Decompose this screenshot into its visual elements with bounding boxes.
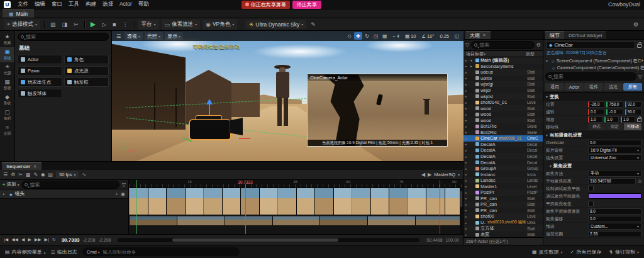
- grid-snap-badge[interactable]: ▦ 10: [403, 33, 418, 39]
- sequencer-tool-icon-4[interactable]: ✎: [34, 172, 38, 177]
- camera-cut-thumbnail-3[interactable]: [185, 188, 204, 215]
- outliner-row-udeus[interactable]: ●udeusStati: [464, 69, 543, 76]
- expander-icon[interactable]: ▸: [470, 64, 474, 68]
- field-z[interactable]: 90.0: [625, 109, 641, 115]
- outliner-row-Landsc[interactable]: ●LandscLands: [464, 177, 543, 184]
- add-track-button[interactable]: + 添加 ▾: [3, 181, 19, 188]
- place-item-触发球体[interactable]: 触发球体: [18, 89, 62, 98]
- number-field[interactable]: 318.949768: [588, 178, 636, 184]
- sequencer-tool-icon-6[interactable]: ▤: [48, 172, 53, 177]
- outliner-row-Master1[interactable]: ●Master1Level: [464, 183, 543, 189]
- visibility-eye-icon[interactable]: ●: [465, 203, 469, 206]
- visibility-eye-icon[interactable]: ●: [465, 89, 469, 93]
- select-mode-dropdown[interactable]: ⌖ 选择模式 ▾: [4, 20, 40, 30]
- transport-icon-5[interactable]: ▶|: [45, 237, 49, 242]
- view-range-end[interactable]: 92.4498: [426, 238, 442, 242]
- pixel-streaming-dropdown[interactable]: ▭ 像素流送 ▾: [162, 20, 201, 30]
- camera-cut-thumbnail-13[interactable]: [370, 188, 389, 215]
- outliner-row-wkjdsl[interactable]: ●wkjdslStati: [464, 93, 543, 99]
- timeline-vertical-scrollbar[interactable]: [460, 188, 463, 234]
- camera-cut-thumbnail-16[interactable]: [426, 188, 445, 215]
- visibility-eye-icon[interactable]: ●: [465, 167, 469, 171]
- playback-start-marker[interactable]: [136, 180, 137, 234]
- camera-cut-thumbnail-10[interactable]: [314, 188, 333, 215]
- visibility-eye-icon[interactable]: ●: [465, 64, 469, 68]
- dropdown-胶片背板[interactable]: 16:9 Digital Fil▾: [588, 147, 641, 154]
- camera-cut-thumbnail-12[interactable]: [352, 188, 370, 215]
- transport-icon-2[interactable]: ◀: [21, 237, 25, 242]
- shot-thumbnail-3[interactable]: [272, 216, 320, 225]
- visibility-eye-icon[interactable]: ●: [465, 184, 469, 188]
- camera-cut-thumbnail-5[interactable]: [222, 188, 241, 215]
- visibility-eye-icon[interactable]: ●: [465, 191, 469, 194]
- dropdown-预设[interactable]: Custom...▾: [588, 223, 641, 230]
- shots-thumbnails[interactable]: [129, 216, 463, 225]
- outliner-row-Ultra_D[interactable]: ●Ultra_Dshot0010,shot00 编辑Ultra: [464, 220, 543, 226]
- details-filter-流送[interactable]: 流送: [604, 83, 623, 91]
- outliner-row-SecondaryItems[interactable]: ●▸SecondaryItems: [464, 64, 543, 70]
- outliner-row-wood[interactable]: ●woodStati: [464, 117, 543, 123]
- outliner-row-Main (编辑器)[interactable]: ●▾Main (编辑器): [464, 57, 543, 64]
- filter-icon[interactable]: ▽: [465, 42, 469, 48]
- camera-preview-pip[interactable]: CineCamera_Actor 当前透视图像:16:9 Digital Fil…: [307, 74, 448, 147]
- camera-cut-thumbnail-7[interactable]: [259, 188, 278, 215]
- camera-cut-thumbnail-9[interactable]: [296, 188, 315, 215]
- close-icon[interactable]: ✕: [482, 33, 486, 38]
- rotation-snap-badge[interactable]: ∠ 10°: [419, 33, 436, 39]
- place-category-基础[interactable]: ▣基础: [0, 47, 14, 62]
- outliner-row-shot00[interactable]: ●shot00Leve: [464, 213, 543, 220]
- cmd-dropdown[interactable]: Cmd ▾: [87, 249, 100, 255]
- field-x[interactable]: 0.0: [588, 109, 604, 115]
- save-icon[interactable]: ▥: [48, 21, 58, 28]
- outliner-row-Bot1Ric[interactable]: ●Bot1RicSkele: [464, 123, 543, 130]
- visibility-eye-icon[interactable]: ●: [465, 70, 469, 74]
- master-sequence-label[interactable]: MasterSQ: [434, 172, 455, 177]
- outliner-row-立方体[interactable]: ●立方体Stati: [464, 225, 543, 232]
- place-search-box[interactable]: [18, 33, 109, 41]
- lock-scale-icon[interactable]: [637, 118, 641, 122]
- select-tool-icon[interactable]: ◇: [345, 32, 353, 40]
- outliner-row-Instanc[interactable]: ●InstancInsta: [464, 171, 543, 177]
- place-category-全部[interactable]: ≡全部: [0, 123, 14, 138]
- outliner-row-wjsdgl[interactable]: ●wjsdglStati: [464, 81, 543, 87]
- menu-工具[interactable]: 工具: [65, 1, 82, 8]
- outliner-row-DecalA[interactable]: ●DecalADecal: [464, 154, 543, 160]
- sequencer-tool-icon-2[interactable]: ✂: [18, 172, 23, 177]
- outliner-row-PR_can[interactable]: ●PR_canStati: [464, 201, 543, 208]
- details-filter-Actor[interactable]: Actor: [565, 83, 584, 91]
- details-search-input[interactable]: [553, 74, 633, 79]
- field-y[interactable]: -0.0: [606, 109, 623, 115]
- outliner-row-wkjdl[interactable]: ●wkjdlStati: [464, 87, 543, 94]
- sequencer-tool-icon-5[interactable]: ◆: [41, 172, 45, 177]
- actor-name-field[interactable]: ◆ CineCar: [546, 41, 635, 49]
- tab-details[interactable]: 细节: [545, 31, 564, 39]
- shot-thumbnail-2[interactable]: [225, 216, 272, 225]
- sky-dropdown[interactable]: ☀ Ultra Dynamic Sky ▾: [245, 20, 306, 29]
- cine-camera-gizmo[interactable]: [179, 110, 254, 147]
- outliner-row-DecalA[interactable]: ●DecalADecal: [464, 159, 543, 165]
- place-item-角色[interactable]: 角色: [64, 55, 109, 64]
- move-tool-icon[interactable]: ✚: [354, 32, 362, 40]
- camera-cut-thumbnail-4[interactable]: [203, 188, 222, 215]
- eyedropper-icon[interactable]: ◎: [638, 179, 641, 184]
- place-category-体积[interactable]: ▢体积: [0, 108, 14, 123]
- output-log-button[interactable]: ☰ 输出日志: [51, 249, 77, 255]
- camera-cuts-thumbnails[interactable]: [129, 188, 463, 215]
- sequencer-tool-icon-0[interactable]: ☰: [3, 172, 8, 177]
- scrollbar-thumb[interactable]: [172, 238, 338, 242]
- shot-thumbnail-5[interactable]: [367, 216, 415, 225]
- console-input[interactable]: [103, 249, 235, 255]
- playback-end-marker[interactable]: [440, 180, 440, 234]
- content-drawer-button[interactable]: ▤ 内容侧滑菜单 ▴: [5, 249, 46, 255]
- component-row-camera[interactable]: ◇ CameraComponent (CameraComponent) 在C+: [543, 64, 644, 71]
- transport-icon-1[interactable]: ◀◀: [11, 237, 18, 242]
- menu-选择[interactable]: 选择: [99, 1, 116, 8]
- column-item-label[interactable]: 项目标签: [466, 51, 484, 57]
- playhead[interactable]: [245, 180, 246, 234]
- visibility-eye-icon[interactable]: ●: [465, 172, 469, 176]
- outliner-row-DecalA[interactable]: ●DecalADecal: [464, 142, 543, 148]
- place-item-Pawn[interactable]: Pawn: [18, 66, 62, 76]
- camera-cut-thumbnail-0[interactable]: [129, 188, 148, 215]
- place-category-光源[interactable]: ☀光源: [0, 62, 14, 77]
- dropdown-镜头设置[interactable]: Universal Zoo▾: [588, 154, 641, 161]
